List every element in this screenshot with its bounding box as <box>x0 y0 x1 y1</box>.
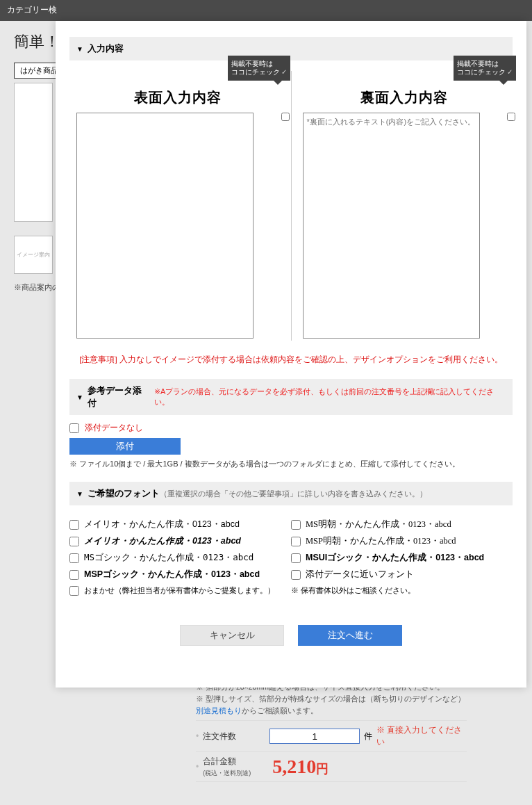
foil-note2: ※ 型押しサイズ、箔部分が特殊なサイズの場合は（断ち切りのデザインなど） <box>196 693 467 705</box>
font-near-attach-label: 添付データに近いフォント <box>306 569 414 580</box>
proceed-button[interactable]: 注文へ進む <box>298 625 402 646</box>
section-fonts: ▼ ご希望のフォント （重複選択の場合「その他ご要望事項」に詳しい内容を書き込み… <box>69 482 513 505</box>
foil-note3: からご相談願います。 <box>242 706 318 715</box>
category-header: カテゴリー検 <box>0 0 532 21</box>
no-attach-label: 添付データなし <box>85 422 143 434</box>
input-dialog: ▼ 入力内容 掲載不要時はココにチェック✓ 表面入力内容 掲載不要時はココにチェ… <box>56 21 526 688</box>
tax-note: (税込・送料別途) <box>203 770 251 776</box>
quote-link[interactable]: 別途見積もり <box>196 706 242 715</box>
triangle-down-icon: ▼ <box>76 45 83 53</box>
front-title: 表面入力内容 <box>76 88 280 107</box>
check-icon: ✓ <box>281 68 287 76</box>
font-mspgothic-label: MSPゴシック・かんたん作成・0123・abcd <box>84 569 260 580</box>
total-label: 合計金額 <box>203 756 236 766</box>
product-image-box <box>14 83 53 222</box>
total-price: 5,210円 <box>272 756 329 778</box>
product-thumb: イメージ案内 <box>14 236 53 274</box>
font-msuigothic-checkbox[interactable] <box>291 553 301 563</box>
qty-label: 注文件数 <box>203 731 269 742</box>
triangle-down-icon: ▼ <box>76 490 83 498</box>
input-warning: [注意事項] 入力なしでイメージで添付する場合は依頼内容をご確認の上、デザインオ… <box>69 355 513 365</box>
font-msmincho-label: MS明朝・かんたん作成・0123・abcd <box>306 519 451 530</box>
font-hint: ※ 保有書体以外はご相談ください。 <box>291 585 513 596</box>
font-meiryo-checkbox[interactable] <box>69 520 79 530</box>
font-mspmincho-checkbox[interactable] <box>291 537 301 546</box>
qty-input[interactable] <box>269 729 360 744</box>
cancel-button[interactable]: キャンセル <box>180 625 284 646</box>
back-textarea[interactable] <box>303 113 480 339</box>
attach-note: ※ ファイル10個まで / 最大1GB / 複数データがある場合は一つのフォルダ… <box>69 459 513 469</box>
front-textarea[interactable] <box>76 113 253 339</box>
triangle-down-icon: ▼ <box>76 393 83 401</box>
section-input-content: ▼ 入力内容 <box>69 37 513 60</box>
no-attach-checkbox[interactable] <box>69 423 79 433</box>
font-msgothic-checkbox[interactable] <box>69 553 79 563</box>
font-msgothic-label: MSゴシック・かんたん作成・0123・abcd <box>84 552 253 564</box>
font-near-attach-checkbox[interactable] <box>291 570 301 580</box>
font-msmincho-checkbox[interactable] <box>291 520 301 530</box>
back-title: 裏面入力内容 <box>303 88 506 107</box>
section-attach: ▼ 参考データ添付 ※Aプランの場合、元になるデータを必ず添付、もしくは前回の注… <box>69 379 513 415</box>
font-mspgothic-checkbox[interactable] <box>69 570 79 580</box>
font-meiryo-bold-checkbox[interactable] <box>69 537 79 546</box>
front-skip-checkbox[interactable] <box>281 113 290 121</box>
font-meiryo-bold-label: メイリオ・かんたん作成・0123・abcd <box>84 535 241 547</box>
font-omakase-label: おまかせ（弊社担当者が保有書体からご提案します。） <box>84 585 275 596</box>
attach-button[interactable]: 添付 <box>69 438 181 455</box>
back-skip-checkbox[interactable] <box>507 113 515 121</box>
qty-unit: 件 <box>364 731 372 742</box>
font-meiryo-label: メイリオ・かんたん作成・0123・abcd <box>84 519 240 530</box>
front-skip-badge: 掲載不要時はココにチェック✓ <box>228 56 290 81</box>
back-skip-badge: 掲載不要時はココにチェック✓ <box>454 56 516 81</box>
font-msuigothic-label: MSUIゴシック・かんたん作成・0123・abcd <box>306 552 484 564</box>
check-icon: ✓ <box>507 68 513 76</box>
qty-required: ※ 直接入力してください <box>376 724 467 748</box>
font-omakase-checkbox[interactable] <box>69 586 79 596</box>
font-mspmincho-label: MSP明朝・かんたん作成・0123・abcd <box>306 535 456 547</box>
